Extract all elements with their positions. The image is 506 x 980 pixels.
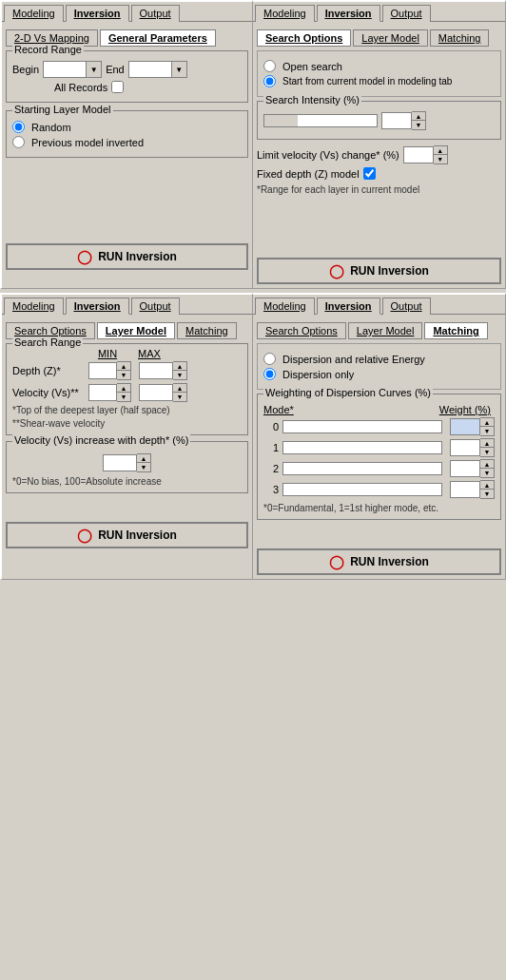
tab-modeling-p1[interactable]: Modeling bbox=[4, 5, 64, 22]
note2: **Shear-wave velocity bbox=[12, 418, 242, 429]
run-icon-p4: ◯ bbox=[329, 554, 344, 569]
depth-min-down[interactable]: ▼ bbox=[117, 371, 130, 379]
tab-inversion-p1[interactable]: Inversion bbox=[66, 5, 129, 22]
limit-down-btn[interactable]: ▼ bbox=[434, 155, 447, 163]
sub-tab-layer-p2[interactable]: Layer Model bbox=[353, 29, 428, 47]
tab-output-p3[interactable]: Output bbox=[131, 298, 180, 315]
sub-tab-matching-p2[interactable]: Matching bbox=[430, 29, 490, 47]
velocity-min-up[interactable]: ▲ bbox=[117, 384, 130, 393]
limit-velocity-input[interactable]: 30 bbox=[403, 146, 434, 163]
weighting-label: Weighting of Dispersion Curves (%) bbox=[263, 387, 433, 398]
sub-tab-general-p1[interactable]: General Parameters bbox=[100, 29, 216, 47]
mode-0-up[interactable]: ▲ bbox=[480, 418, 494, 427]
radio-dispersion-energy[interactable] bbox=[263, 353, 276, 365]
velocity-min-input[interactable]: 10 bbox=[88, 384, 117, 401]
limit-up-btn[interactable]: ▲ bbox=[434, 146, 447, 155]
open-search-label: Open search bbox=[282, 61, 342, 72]
depth-max-down[interactable]: ▼ bbox=[173, 371, 186, 379]
min-header: MIN bbox=[88, 348, 126, 359]
velocity-increase-input[interactable]: 75 bbox=[103, 454, 137, 471]
begin-input[interactable]: 3000 bbox=[43, 61, 87, 78]
mode-row-3: 3 100 ▲ ▼ bbox=[263, 480, 495, 499]
mode-2-up[interactable]: ▲ bbox=[480, 460, 494, 469]
mode-row-1: 1 100 ▲ ▼ bbox=[263, 438, 495, 457]
dispersion-energy-label: Dispersion and relative Energy bbox=[282, 354, 425, 365]
mode-col-header: Mode* bbox=[263, 404, 294, 415]
mode-1-input[interactable]: 100 bbox=[450, 439, 480, 456]
previous-label: Previous model inverted bbox=[31, 137, 144, 148]
tab-inversion-p4[interactable]: Inversion bbox=[317, 298, 380, 315]
depth-max-input[interactable]: 15 bbox=[139, 362, 173, 379]
mode-2-slider[interactable] bbox=[282, 462, 442, 475]
end-dropdown-btn[interactable]: ▼ bbox=[172, 61, 187, 78]
sub-tab-search-p4[interactable]: Search Options bbox=[257, 322, 346, 339]
tab-output-p2[interactable]: Output bbox=[382, 5, 431, 22]
run-inversion-btn-p1[interactable]: ◯ RUN Inversion bbox=[6, 243, 248, 270]
run-icon-p3: ◯ bbox=[77, 528, 92, 543]
mode-1-label: 1 bbox=[263, 442, 279, 453]
mode-2-label: 2 bbox=[263, 463, 279, 474]
mode-2-input[interactable]: 100 bbox=[450, 460, 480, 477]
velocity-max-input[interactable]: 2000 bbox=[139, 384, 173, 401]
all-records-checkbox[interactable] bbox=[111, 81, 124, 93]
velocity-max-up[interactable]: ▲ bbox=[173, 384, 186, 393]
sub-tab-layer-p3[interactable]: Layer Model bbox=[97, 322, 175, 339]
fixed-depth-checkbox[interactable] bbox=[363, 167, 376, 180]
mode-0-label: 0 bbox=[263, 421, 279, 432]
depth-min-input[interactable]: 1 bbox=[88, 362, 117, 379]
radio-start-from[interactable] bbox=[263, 75, 276, 87]
end-label: End bbox=[106, 64, 125, 75]
mode-row-0: 0 100 ▲ ▼ bbox=[263, 417, 495, 436]
mode-2-down[interactable]: ▼ bbox=[480, 469, 494, 477]
tab-inversion-p3[interactable]: Inversion bbox=[66, 298, 129, 315]
radio-dispersion-only[interactable] bbox=[263, 368, 276, 380]
sub-tab-search-p2[interactable]: Search Options bbox=[257, 29, 351, 47]
mode-row-2: 2 100 ▲ ▼ bbox=[263, 459, 495, 478]
depth-max-up[interactable]: ▲ bbox=[173, 362, 186, 371]
mode-3-input[interactable]: 100 bbox=[450, 481, 480, 498]
depth-min-up[interactable]: ▲ bbox=[117, 362, 130, 371]
intensity-up-btn[interactable]: ▲ bbox=[412, 112, 425, 121]
radio-random[interactable] bbox=[12, 121, 25, 133]
velocity-label: Velocity (Vs)** bbox=[12, 387, 85, 398]
weighting-note: *0=Fundamental, 1=1st higher mode, etc. bbox=[263, 503, 495, 513]
record-range-label: Record Range bbox=[12, 44, 84, 55]
velocity-increase-label: Velocity (Vs) increase with depth* (%) bbox=[12, 434, 190, 446]
mode-1-slider[interactable] bbox=[282, 441, 442, 454]
mode-3-slider[interactable] bbox=[282, 483, 442, 496]
intensity-input[interactable]: 25 bbox=[381, 112, 412, 129]
vel-inc-up[interactable]: ▲ bbox=[137, 454, 150, 463]
dispersion-only-label: Dispersion only bbox=[282, 369, 354, 380]
sub-tab-layer-p4[interactable]: Layer Model bbox=[348, 322, 423, 339]
radio-open-search[interactable] bbox=[263, 60, 276, 72]
sub-tab-matching-p4[interactable]: Matching bbox=[424, 322, 487, 339]
end-input[interactable]: 3000 bbox=[128, 61, 172, 78]
tab-modeling-p2[interactable]: Modeling bbox=[255, 5, 315, 22]
mode-3-down[interactable]: ▼ bbox=[480, 490, 494, 498]
run-inversion-btn-p4[interactable]: ◯ RUN Inversion bbox=[257, 548, 501, 575]
mode-0-input[interactable]: 100 bbox=[450, 418, 480, 435]
mode-0-down[interactable]: ▼ bbox=[480, 427, 494, 435]
tab-output-p4[interactable]: Output bbox=[382, 298, 431, 315]
search-range-label: Search Range bbox=[12, 336, 83, 348]
tab-inversion-p2[interactable]: Inversion bbox=[317, 5, 380, 22]
mode-1-down[interactable]: ▼ bbox=[480, 448, 494, 456]
sub-tab-matching-p3[interactable]: Matching bbox=[177, 322, 237, 339]
all-records-label: All Records bbox=[54, 82, 107, 93]
intensity-down-btn[interactable]: ▼ bbox=[412, 121, 425, 129]
tab-modeling-p4[interactable]: Modeling bbox=[255, 298, 315, 315]
mode-0-slider[interactable] bbox=[282, 420, 442, 433]
vel-inc-down[interactable]: ▼ bbox=[137, 463, 150, 471]
mode-3-up[interactable]: ▲ bbox=[480, 481, 494, 490]
mode-1-up[interactable]: ▲ bbox=[480, 439, 494, 448]
note3: *0=No bias, 100=Absolute increase bbox=[12, 476, 242, 487]
run-icon-p1: ◯ bbox=[77, 249, 92, 264]
run-inversion-btn-p2[interactable]: ◯ RUN Inversion bbox=[257, 258, 501, 284]
begin-dropdown-btn[interactable]: ▼ bbox=[87, 61, 102, 78]
tab-output-p1[interactable]: Output bbox=[131, 5, 180, 22]
radio-previous[interactable] bbox=[12, 136, 25, 148]
tab-modeling-p3[interactable]: Modeling bbox=[4, 298, 64, 315]
run-inversion-btn-p3[interactable]: ◯ RUN Inversion bbox=[6, 522, 248, 548]
velocity-min-down[interactable]: ▼ bbox=[117, 393, 130, 401]
velocity-max-down[interactable]: ▼ bbox=[173, 393, 186, 401]
